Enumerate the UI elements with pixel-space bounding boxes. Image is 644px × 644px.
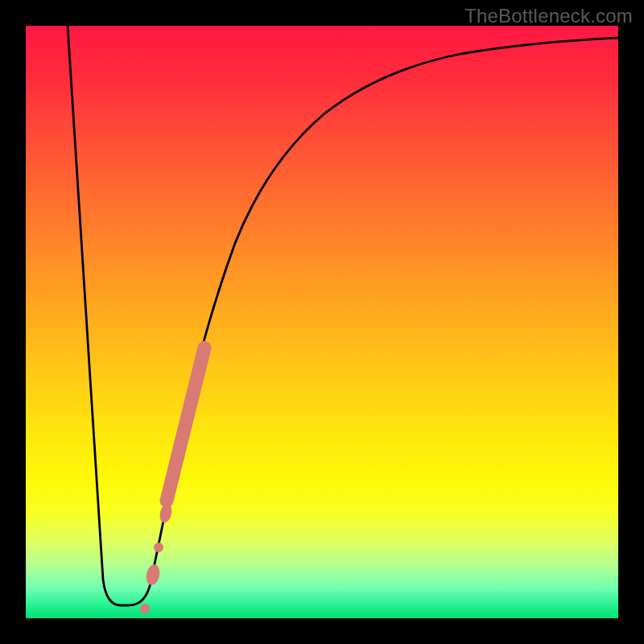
marker-dot (154, 543, 163, 552)
curve-highlight-markers (140, 348, 204, 613)
marker-band (167, 348, 204, 501)
plot-area (26, 26, 618, 618)
bottleneck-curve (68, 26, 618, 605)
marker-dot (140, 604, 150, 613)
watermark-text: TheBottleneck.com (464, 5, 633, 27)
chart-frame: TheBottleneck.com (0, 0, 644, 644)
marker-dot (144, 564, 161, 587)
curve-layer (26, 26, 618, 618)
